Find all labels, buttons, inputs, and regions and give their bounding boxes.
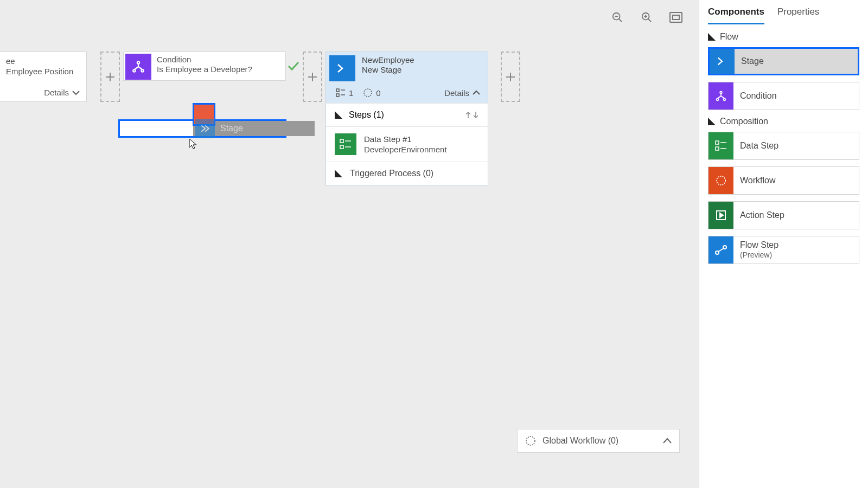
steps-header-label: Steps (1) — [349, 110, 384, 120]
component-stage-label: Stage — [735, 56, 764, 66]
workflow-count: 0 — [363, 88, 380, 98]
svg-point-12 — [133, 69, 135, 72]
svg-rect-7 — [670, 12, 682, 22]
arrow-up-icon — [465, 111, 471, 119]
svg-point-11 — [137, 61, 139, 63]
group-composition-label: Composition — [708, 117, 859, 126]
condition-icon — [709, 82, 733, 110]
data-step-icon — [335, 133, 356, 155]
condition-title: Condition — [157, 55, 252, 64]
group-flow-text: Flow — [720, 32, 738, 42]
svg-rect-22 — [340, 145, 343, 149]
svg-line-4 — [648, 19, 652, 22]
workflow-count-value: 0 — [376, 88, 380, 98]
component-flow-step[interactable]: Flow Step (Preview) — [708, 236, 859, 264]
component-action-step[interactable]: Action Step — [708, 201, 859, 229]
svg-rect-31 — [716, 141, 719, 144]
data-step-icon — [709, 132, 733, 159]
add-slot-1[interactable] — [100, 52, 120, 102]
steps-count-value: 1 — [349, 88, 353, 98]
svg-rect-17 — [336, 94, 339, 97]
expand-triangle-icon — [335, 170, 342, 177]
svg-rect-16 — [336, 89, 339, 92]
data-step-sub: DeveloperEnvironment — [364, 145, 447, 154]
stage-subtitle-partial: Employee Position — [6, 67, 80, 76]
group-flow-label: Flow — [708, 32, 859, 42]
svg-rect-32 — [716, 147, 719, 150]
flow-step-icon — [709, 236, 733, 264]
flow-canvas[interactable]: ee Employee Position Details Condition I… — [0, 0, 699, 488]
stage-subheader: 1 0 Details — [326, 85, 488, 103]
drag-ghost-stage: Stage — [195, 119, 243, 138]
svg-point-29 — [717, 99, 719, 101]
svg-point-27 — [526, 436, 535, 445]
details-toggle[interactable]: Details — [44, 88, 80, 97]
workflow-icon — [709, 167, 733, 194]
expand-triangle-icon — [335, 111, 342, 119]
details-toggle[interactable]: Details — [444, 88, 480, 98]
details-label: Details — [444, 88, 469, 98]
component-workflow-label: Workflow — [733, 176, 776, 185]
svg-point-35 — [717, 176, 725, 185]
tab-components[interactable]: Components — [708, 4, 764, 24]
svg-line-1 — [619, 19, 622, 22]
condition-card[interactable]: Condition Is Employee a Developer? — [123, 52, 286, 81]
stage-icon — [195, 119, 215, 138]
expand-triangle-icon — [708, 118, 716, 125]
component-condition-label: Condition — [733, 91, 777, 101]
chevron-up-icon[interactable] — [663, 438, 672, 444]
component-condition[interactable]: Condition — [708, 82, 859, 110]
condition-subtitle: Is Employee a Developer? — [157, 65, 252, 74]
component-data-step[interactable]: Data Step — [708, 132, 859, 160]
condition-icon — [125, 54, 151, 80]
component-data-step-label: Data Step — [733, 141, 778, 151]
workflow-icon — [525, 435, 536, 446]
component-workflow[interactable]: Workflow — [708, 166, 859, 195]
components-panel: Components Properties Flow Stage Conditi… — [699, 0, 868, 488]
stage-icon — [329, 55, 355, 81]
stage-subtitle: New Stage — [362, 65, 414, 74]
list-icon — [336, 88, 346, 97]
action-step-icon — [709, 202, 733, 229]
component-action-step-label: Action Step — [733, 210, 784, 220]
data-step-row[interactable]: Data Step #1 DeveloperEnvironment — [326, 126, 488, 162]
add-slot-3[interactable] — [501, 52, 520, 102]
drag-ghost-label: Stage — [220, 119, 243, 138]
sidebar-tabs: Components Properties — [708, 4, 859, 24]
cursor-icon — [189, 138, 197, 149]
component-flow-step-label: Flow Step (Preview) — [733, 240, 778, 260]
stage-card-new-employee[interactable]: NewEmployee New Stage 1 0 Details — [326, 52, 488, 185]
stage-title: NewEmployee — [362, 55, 414, 65]
add-slot-2[interactable] — [303, 52, 322, 102]
chevron-down-icon — [72, 90, 80, 95]
tab-properties[interactable]: Properties — [777, 4, 819, 24]
component-stage[interactable]: Stage — [708, 47, 859, 75]
stage-icon — [710, 49, 735, 74]
svg-point-28 — [720, 92, 722, 94]
data-step-title: Data Step #1 — [364, 134, 447, 144]
group-composition-text: Composition — [720, 117, 768, 126]
steps-header[interactable]: Steps (1) — [326, 103, 488, 126]
details-label: Details — [44, 88, 69, 97]
stage-title-partial: ee — [6, 56, 80, 66]
svg-point-13 — [141, 69, 143, 72]
canvas-toolbar — [611, 11, 682, 24]
zoom-out-icon[interactable] — [611, 11, 624, 24]
chevron-up-icon — [473, 90, 480, 95]
triggered-process-row[interactable]: Triggered Process (0) — [326, 162, 488, 185]
expand-triangle-icon — [708, 33, 716, 41]
svg-rect-21 — [340, 139, 343, 143]
fit-screen-icon[interactable] — [669, 11, 682, 24]
steps-count: 1 — [336, 88, 353, 98]
reorder-arrows[interactable] — [465, 111, 479, 119]
svg-point-20 — [364, 89, 372, 97]
svg-rect-8 — [673, 15, 679, 20]
arrow-down-icon — [473, 111, 479, 119]
svg-point-30 — [724, 99, 726, 101]
global-workflow-label: Global Workflow (0) — [542, 436, 618, 446]
zoom-in-icon[interactable] — [640, 11, 653, 24]
global-workflow-bar[interactable]: Global Workflow (0) — [517, 429, 680, 453]
stage-card-employee-position[interactable]: ee Employee Position Details — [0, 52, 87, 102]
triggered-process-label: Triggered Process (0) — [350, 169, 433, 178]
workflow-count-icon — [363, 88, 373, 98]
